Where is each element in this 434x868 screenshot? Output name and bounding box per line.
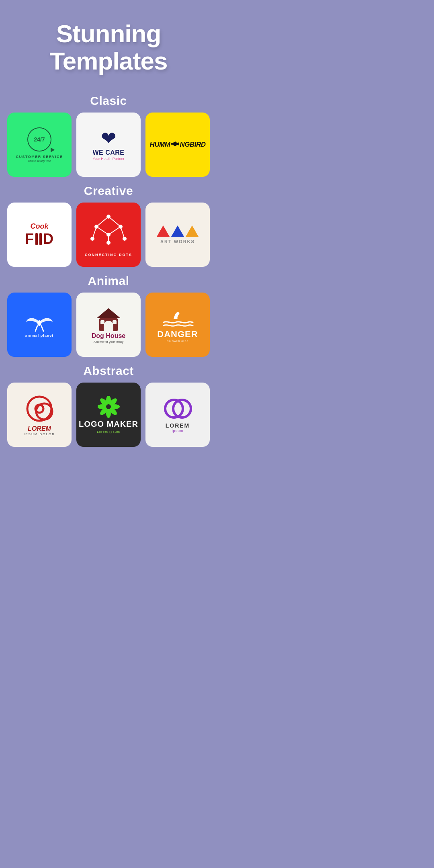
svg-point-17 (37, 320, 41, 326)
svg-point-11 (94, 225, 98, 229)
triangle-blue-icon (171, 225, 184, 237)
food-letter-f: F (25, 231, 34, 248)
svg-rect-23 (113, 320, 117, 324)
section-label-creative: Creative (8, 184, 209, 198)
rings-icon (163, 397, 193, 421)
svg-marker-18 (96, 308, 121, 318)
art-works-icons (157, 225, 199, 237)
connecting-dots-label: CONNECTING DOTS (85, 253, 132, 257)
hummingbird-bird-icon (170, 140, 179, 150)
animal-planet-label: animal planet (25, 334, 54, 338)
triangle-yellow-icon (186, 225, 199, 237)
card-cook-food[interactable]: Cook F D (7, 203, 72, 267)
food-letter-d: D (43, 231, 54, 248)
bird-flying-icon (25, 312, 53, 332)
customer-service-title: CUSTOMER SERVICE (16, 155, 63, 159)
svg-point-10 (106, 215, 111, 219)
svg-point-13 (90, 237, 94, 241)
24-7-icon: 24/7 (27, 127, 51, 151)
svg-point-12 (119, 225, 123, 229)
card-connecting-dots[interactable]: CONNECTING DOTS (76, 203, 141, 267)
shark-icon (162, 307, 194, 329)
lorem-spiral-sublabel: IPSUM DOLOR (24, 432, 55, 436)
svg-point-15 (123, 237, 127, 241)
wecare-title: WE CARE (92, 149, 124, 156)
triangle-red-icon (157, 225, 170, 237)
card-lorem-rings[interactable]: LOREM ipsum (145, 383, 210, 447)
lorem-rings-label: LOREM (166, 422, 190, 429)
dog-house-icon (94, 306, 123, 332)
animal-row: animal planet Dog House A home for your … (8, 293, 209, 357)
svg-point-2 (171, 143, 172, 145)
card-danger[interactable]: DANGER No swim area (145, 293, 210, 357)
svg-line-8 (108, 227, 121, 235)
food-text: F D (25, 231, 54, 248)
leaf-star-icon (98, 396, 120, 418)
humm-text: HUMM (150, 141, 170, 149)
card-hummingbird[interactable]: HUMM NGBIRD (145, 113, 210, 177)
svg-line-6 (96, 227, 108, 235)
lorem-spiral-label: LOREM (28, 425, 51, 432)
customer-service-subtitle: Call us at any time (28, 160, 51, 162)
logo-maker-subtitle: Lorem Ipsum (97, 430, 120, 434)
svg-point-35 (106, 404, 111, 409)
abstract-row: LOREM IPSUM DOLOR LOGO MAKER Lorem Ipsum (8, 383, 209, 447)
dog-house-title: Dog House (92, 332, 125, 340)
card-animal-planet[interactable]: animal planet (7, 293, 72, 357)
card-art-works[interactable]: ART WORKS (145, 203, 210, 267)
danger-title: DANGER (157, 329, 198, 340)
ngbird-text: NGBIRD (180, 141, 205, 149)
card-we-care[interactable]: ❤ WE CARE Your Health Partner (76, 113, 141, 177)
clasic-row: 24/7 CUSTOMER SERVICE Call us at any tim… (8, 113, 209, 177)
card-dog-house[interactable]: Dog House A home for your family (76, 293, 141, 357)
heart-icon: ❤ (101, 129, 117, 147)
spiral-icon (23, 393, 55, 424)
card-lorem-spiral[interactable]: LOREM IPSUM DOLOR (7, 383, 72, 447)
creative-row: Cook F D CONNECTING DOTS (8, 203, 209, 267)
cook-text: Cook (31, 222, 49, 231)
dog-house-subtitle: A home for your family (94, 340, 124, 344)
art-works-label: ART WORKS (160, 239, 195, 244)
section-label-animal: Animal (8, 274, 209, 288)
card-logo-maker[interactable]: LOGO MAKER Lorem Ipsum (76, 383, 141, 447)
dots-network-icon (88, 213, 129, 249)
lorem-rings-sublabel: ipsum (172, 429, 183, 433)
svg-point-16 (106, 241, 111, 245)
fork-icon-1 (35, 233, 38, 245)
logo-maker-title: LOGO MAKER (79, 420, 138, 428)
svg-rect-22 (100, 320, 104, 324)
section-label-abstract: Abstract (8, 364, 209, 378)
wecare-subtitle: Your Health Partner (93, 157, 125, 161)
svg-line-4 (108, 217, 121, 227)
danger-subtitle: No swim area (167, 340, 189, 342)
svg-rect-21 (104, 326, 113, 331)
clock-text: 24/7 (34, 137, 45, 142)
section-label-clasic: Clasic (8, 94, 209, 108)
svg-point-25 (36, 403, 52, 420)
fork-icon-2 (39, 233, 42, 245)
svg-line-3 (96, 217, 108, 227)
card-customer-service[interactable]: 24/7 CUSTOMER SERVICE Call us at any tim… (7, 113, 72, 177)
svg-point-14 (106, 233, 111, 237)
hummingbird-text: HUMM NGBIRD (150, 140, 206, 150)
page-title: Stunning Templates (8, 8, 209, 87)
